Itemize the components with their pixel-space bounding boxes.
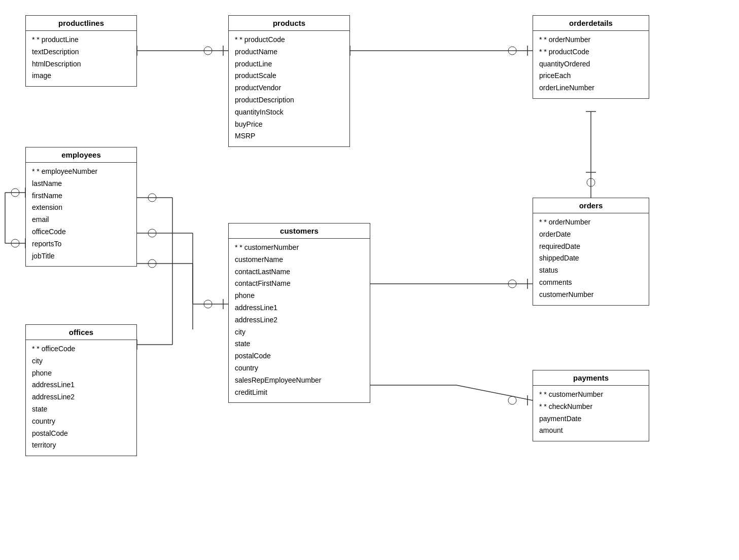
- field-orderdetails-quantityOrdered: quantityOrdered: [539, 58, 643, 70]
- table-payments-title: payments: [533, 370, 649, 386]
- field-offices-addressLine1: addressLine1: [32, 379, 130, 391]
- field-products-productName: productName: [235, 46, 343, 58]
- field-payments-customerNumber: * customerNumber: [539, 389, 643, 401]
- field-products-quantityInStock: quantityInStock: [235, 106, 343, 119]
- table-orderdetails: orderdetails* orderNumber* productCodequ…: [533, 15, 649, 99]
- field-productlines-image: image: [32, 70, 130, 82]
- table-customers-fields: * customerNumbercustomerNamecontactLastN…: [229, 239, 370, 402]
- field-orders-orderNumber: * orderNumber: [539, 216, 643, 229]
- table-products: products* productCodeproductNameproductL…: [228, 15, 350, 147]
- field-employees-lastName: lastName: [32, 178, 130, 190]
- svg-point-40: [508, 396, 516, 404]
- table-customers: customers* customerNumbercustomerNamecon…: [228, 223, 370, 403]
- table-orders-fields: * orderNumberorderDaterequiredDateshippe…: [533, 213, 649, 305]
- field-offices-country: country: [32, 416, 130, 428]
- svg-point-9: [508, 47, 516, 55]
- svg-point-29: [148, 229, 156, 237]
- field-payments-checkNumber: * checkNumber: [539, 401, 643, 413]
- table-employees-title: employees: [26, 147, 136, 163]
- field-employees-jobTitle: jobTitle: [32, 250, 130, 263]
- field-orderdetails-orderNumber: * orderNumber: [539, 34, 643, 46]
- erd-diagram: productlines* productLinetextDescription…: [0, 0, 739, 560]
- field-orders-shippedDate: shippedDate: [539, 252, 643, 265]
- field-employees-officeCode: officeCode: [32, 226, 130, 238]
- svg-point-21: [11, 239, 19, 247]
- svg-point-42: [148, 194, 156, 202]
- field-offices-phone: phone: [32, 367, 130, 380]
- field-products-productVendor: productVendor: [235, 82, 343, 94]
- table-products-fields: * productCodeproductNameproductLineprodu…: [229, 31, 349, 146]
- field-products-MSRP: MSRP: [235, 130, 343, 142]
- table-payments: payments* customerNumber* checkNumberpay…: [533, 370, 649, 441]
- field-employees-email: email: [32, 214, 130, 226]
- field-offices-state: state: [32, 403, 130, 416]
- field-products-productLine: productLine: [235, 58, 343, 70]
- svg-line-38: [456, 385, 533, 400]
- field-offices-postalCode: postalCode: [32, 428, 130, 440]
- field-orders-requiredDate: requiredDate: [539, 241, 643, 253]
- svg-point-4: [204, 47, 212, 55]
- svg-point-27: [204, 300, 212, 308]
- table-products-title: products: [229, 16, 349, 31]
- table-employees: employees* employeeNumberlastNamefirstNa…: [25, 147, 137, 267]
- field-productlines-textDescription: textDescription: [32, 46, 130, 58]
- field-offices-addressLine2: addressLine2: [32, 391, 130, 403]
- svg-point-23: [148, 259, 156, 268]
- table-productlines-title: productlines: [26, 16, 136, 31]
- field-payments-amount: amount: [539, 425, 643, 437]
- field-employees-employeeNumber: * employeeNumber: [32, 166, 130, 178]
- table-customers-title: customers: [229, 223, 370, 239]
- field-offices-territory: territory: [32, 439, 130, 452]
- field-employees-extension: extension: [32, 202, 130, 214]
- field-orderdetails-productCode: * productCode: [539, 46, 643, 58]
- field-orderdetails-orderLineNumber: orderLineNumber: [539, 82, 643, 94]
- table-orderdetails-fields: * orderNumber* productCodequantityOrdere…: [533, 31, 649, 98]
- table-employees-fields: * employeeNumberlastNamefirstNameextensi…: [26, 163, 136, 266]
- table-productlines: productlines* productLinetextDescription…: [25, 15, 137, 87]
- field-products-productCode: * productCode: [235, 34, 343, 46]
- svg-point-35: [508, 280, 516, 288]
- field-customers-country: country: [235, 362, 364, 375]
- field-orders-customerNumber: customerNumber: [539, 289, 643, 301]
- field-employees-firstName: firstName: [32, 190, 130, 202]
- field-customers-contactLastName: contactLastName: [235, 266, 364, 278]
- field-customers-creditLimit: creditLimit: [235, 387, 364, 399]
- field-offices-city: city: [32, 355, 130, 367]
- field-customers-state: state: [235, 338, 364, 350]
- table-orders: orders* orderNumberorderDaterequiredDate…: [533, 198, 649, 306]
- field-customers-customerName: customerName: [235, 254, 364, 266]
- field-customers-salesRepEmployeeNumber: salesRepEmployeeNumber: [235, 375, 364, 387]
- field-customers-addressLine2: addressLine2: [235, 314, 364, 326]
- field-customers-addressLine1: addressLine1: [235, 302, 364, 314]
- field-orders-comments: comments: [539, 277, 643, 289]
- field-productlines-htmlDescription: htmlDescription: [32, 58, 130, 70]
- table-orderdetails-title: orderdetails: [533, 16, 649, 31]
- svg-point-13: [587, 178, 595, 186]
- field-orderdetails-priceEach: priceEach: [539, 70, 643, 82]
- field-orders-orderDate: orderDate: [539, 229, 643, 241]
- field-customers-contactFirstName: contactFirstName: [235, 278, 364, 290]
- table-offices-fields: * officeCodecityphoneaddressLine1address…: [26, 340, 136, 456]
- field-customers-postalCode: postalCode: [235, 350, 364, 362]
- table-payments-fields: * customerNumber* checkNumberpaymentDate…: [533, 386, 649, 441]
- field-products-buyPrice: buyPrice: [235, 119, 343, 131]
- field-orders-status: status: [539, 265, 643, 277]
- table-orders-title: orders: [533, 198, 649, 213]
- svg-point-19: [11, 189, 19, 197]
- field-customers-city: city: [235, 326, 364, 339]
- table-offices: offices* officeCodecityphoneaddressLine1…: [25, 324, 137, 456]
- field-products-productScale: productScale: [235, 70, 343, 82]
- field-offices-officeCode: * officeCode: [32, 343, 130, 355]
- table-offices-title: offices: [26, 325, 136, 340]
- field-customers-customerNumber: * customerNumber: [235, 242, 364, 254]
- field-employees-reportsTo: reportsTo: [32, 238, 130, 250]
- field-products-productDescription: productDescription: [235, 94, 343, 106]
- table-productlines-fields: * productLinetextDescriptionhtmlDescript…: [26, 31, 136, 86]
- field-customers-phone: phone: [235, 290, 364, 302]
- field-productlines-productLine: * productLine: [32, 34, 130, 46]
- field-payments-paymentDate: paymentDate: [539, 413, 643, 425]
